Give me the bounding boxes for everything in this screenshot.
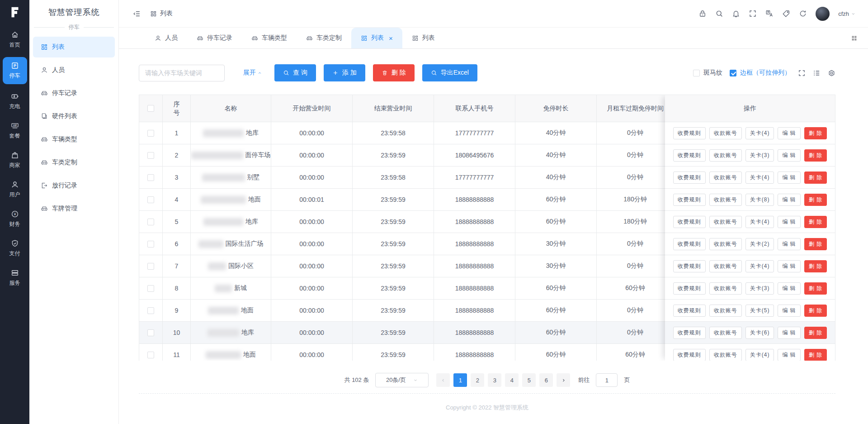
- sidebar-item-parking-records[interactable]: 停车记录: [33, 83, 115, 104]
- delete-row-button[interactable]: 删 除: [804, 349, 827, 361]
- rail-item-finance[interactable]: 财务: [3, 207, 27, 231]
- column-settings-icon[interactable]: [813, 69, 821, 77]
- edit-button[interactable]: 编 辑: [778, 327, 800, 339]
- rail-item-package[interactable]: 套餐: [3, 119, 27, 143]
- prev-page-button[interactable]: [436, 373, 450, 387]
- rail-item-home[interactable]: 首页: [3, 28, 27, 52]
- payee-account-button[interactable]: 收款账号: [709, 238, 742, 250]
- add-button[interactable]: 添 加: [324, 64, 365, 81]
- sidebar-item-plate-management[interactable]: 车牌管理: [33, 198, 115, 219]
- row-checkbox[interactable]: [147, 174, 154, 181]
- row-checkbox[interactable]: [147, 219, 154, 225]
- tab-list-2[interactable]: 列表: [402, 28, 444, 48]
- fee-rule-button[interactable]: 收费规则: [673, 149, 706, 162]
- delete-row-button[interactable]: 删 除: [804, 216, 827, 228]
- delete-row-button[interactable]: 删 除: [804, 260, 827, 272]
- gates-button[interactable]: 关卡(4): [745, 216, 774, 228]
- edit-button[interactable]: 编 辑: [778, 194, 800, 206]
- query-button[interactable]: 查 询: [274, 64, 316, 81]
- fee-rule-button[interactable]: 收费规则: [673, 282, 706, 295]
- page-button-2[interactable]: 2: [471, 373, 484, 387]
- delete-row-button[interactable]: 删 除: [804, 172, 827, 184]
- sidebar-item-list[interactable]: 列表: [33, 37, 115, 57]
- row-checkbox[interactable]: [147, 352, 154, 358]
- menu-fold-icon[interactable]: [132, 10, 141, 18]
- edit-button[interactable]: 编 辑: [778, 305, 800, 317]
- gates-button[interactable]: 关卡(4): [745, 260, 774, 272]
- tab-list[interactable]: 列表×: [351, 28, 402, 48]
- gates-button[interactable]: 关卡(6): [745, 327, 774, 339]
- edit-button[interactable]: 编 辑: [778, 172, 800, 184]
- row-checkbox[interactable]: [147, 329, 154, 336]
- page-button-6[interactable]: 6: [539, 373, 553, 387]
- gates-button[interactable]: 关卡(4): [745, 127, 774, 139]
- fullscreen-icon[interactable]: [749, 10, 757, 18]
- row-checkbox[interactable]: [147, 152, 154, 159]
- tab-personnel[interactable]: 人员: [145, 28, 187, 48]
- delete-row-button[interactable]: 删 除: [804, 282, 827, 295]
- search-input[interactable]: [139, 65, 225, 81]
- translate-icon[interactable]: [765, 10, 774, 18]
- payee-account-button[interactable]: 收款账号: [709, 305, 742, 317]
- rail-item-service[interactable]: 服务: [3, 266, 27, 290]
- export-excel-button[interactable]: 导出Excel: [422, 64, 477, 81]
- delete-button[interactable]: 删 除: [373, 64, 415, 81]
- payee-account-button[interactable]: 收款账号: [709, 149, 742, 162]
- search-icon[interactable]: [715, 10, 723, 18]
- page-button-4[interactable]: 4: [505, 373, 519, 387]
- user-menu[interactable]: cfzh: [838, 10, 856, 17]
- row-checkbox[interactable]: [147, 285, 154, 292]
- edit-button[interactable]: 编 辑: [778, 216, 800, 228]
- gates-button[interactable]: 关卡(3): [745, 282, 774, 295]
- row-checkbox[interactable]: [147, 263, 154, 270]
- page-button-5[interactable]: 5: [522, 373, 536, 387]
- sidebar-item-vehicle-type[interactable]: 车辆类型: [33, 129, 115, 150]
- delete-row-button[interactable]: 删 除: [804, 127, 827, 139]
- gates-button[interactable]: 关卡(5): [745, 305, 774, 317]
- row-checkbox[interactable]: [147, 307, 154, 314]
- gates-button[interactable]: 关卡(4): [745, 349, 774, 361]
- payee-account-button[interactable]: 收款账号: [709, 172, 742, 184]
- fee-rule-button[interactable]: 收费规则: [673, 194, 706, 206]
- rail-item-user[interactable]: 用户: [3, 177, 27, 202]
- zebra-checkbox[interactable]: 斑马纹: [693, 69, 722, 77]
- tab-layout-icon[interactable]: [850, 34, 858, 42]
- fee-rule-button[interactable]: 收费规则: [673, 238, 706, 250]
- gates-button[interactable]: 关卡(8): [745, 194, 774, 206]
- tab-close-icon[interactable]: ×: [389, 35, 393, 42]
- payee-account-button[interactable]: 收款账号: [709, 327, 742, 339]
- gates-button[interactable]: 关卡(2): [745, 238, 774, 250]
- gear-icon[interactable]: [828, 69, 835, 77]
- page-button-3[interactable]: 3: [488, 373, 501, 387]
- payee-account-button[interactable]: 收款账号: [709, 349, 742, 361]
- fee-rule-button[interactable]: 收费规则: [673, 349, 706, 361]
- tab-vehicle-class-custom[interactable]: 车类定制: [297, 28, 351, 48]
- payee-account-button[interactable]: 收款账号: [709, 216, 742, 228]
- gates-button[interactable]: 关卡(4): [745, 172, 774, 184]
- edit-button[interactable]: 编 辑: [778, 282, 800, 295]
- delete-row-button[interactable]: 删 除: [804, 327, 827, 339]
- lock-icon[interactable]: [698, 10, 707, 18]
- delete-row-button[interactable]: 删 除: [804, 194, 827, 206]
- row-checkbox[interactable]: [147, 130, 154, 137]
- rail-item-merchant[interactable]: 商家: [3, 148, 27, 172]
- delete-row-button[interactable]: 删 除: [804, 238, 827, 250]
- refresh-icon[interactable]: [799, 10, 807, 18]
- delete-row-button[interactable]: 删 除: [804, 149, 827, 162]
- rail-item-pay[interactable]: 支付: [3, 236, 27, 261]
- page-size-select[interactable]: 20条/页: [375, 373, 429, 387]
- fee-rule-button[interactable]: 收费规则: [673, 305, 706, 317]
- tag-icon[interactable]: [782, 10, 790, 18]
- fee-rule-button[interactable]: 收费规则: [673, 327, 706, 339]
- sidebar-item-hardware-list[interactable]: 硬件列表: [33, 106, 115, 127]
- delete-row-button[interactable]: 删 除: [804, 305, 827, 317]
- fee-rule-button[interactable]: 收费规则: [673, 127, 706, 139]
- goto-page-input[interactable]: [596, 373, 618, 387]
- payee-account-button[interactable]: 收款账号: [709, 282, 742, 295]
- rail-item-charge[interactable]: 充电: [3, 89, 27, 114]
- expand-toggle[interactable]: 展开: [243, 69, 262, 77]
- border-checkbox[interactable]: 边框（可拉伸列）: [730, 69, 791, 77]
- fee-rule-button[interactable]: 收费规则: [673, 216, 706, 228]
- edit-button[interactable]: 编 辑: [778, 349, 800, 361]
- sidebar-item-release-records[interactable]: 放行记录: [33, 175, 115, 196]
